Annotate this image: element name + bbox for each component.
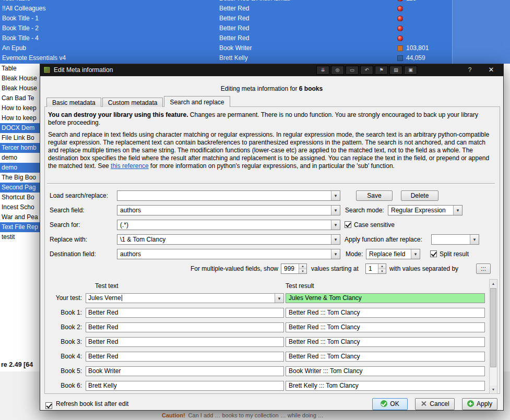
chevron-down-icon[interactable]: ▾ [331, 191, 340, 200]
split-result-checkbox[interactable] [430, 250, 437, 257]
close-icon[interactable]: ✕ [487, 66, 496, 74]
panel-widget-icon[interactable]: ▣ [404, 66, 417, 75]
split-result-label[interactable]: Split result [440, 249, 469, 259]
spin-down-icon[interactable]: ▼ [299, 269, 306, 273]
book-5-label: Book 5: [45, 366, 82, 376]
scroll-up-icon[interactable]: ▲ [490, 280, 497, 287]
search-for-combo[interactable]: (.*) ▾ [117, 220, 340, 230]
tab-custom-metadata[interactable]: Custom metadata [102, 98, 163, 107]
ok-button[interactable]: OK [372, 398, 408, 410]
replace-with-combo[interactable]: \1 & Tom Clancy ▾ [117, 234, 340, 245]
titlebar-widget-cluster: ⇊ ◎ ▭ ↶ ⚑ ▤ ▣ [316, 66, 419, 75]
tab-bar: Basic metadata Custom metadata Search an… [46, 96, 231, 107]
chevron-down-icon[interactable]: ▾ [331, 220, 340, 230]
book-title: Book Title - 4 [2, 33, 39, 43]
chevron-down-icon[interactable]: ▾ [275, 294, 283, 303]
cancel-button[interactable]: Cancel [415, 398, 455, 410]
start-value-spinner[interactable]: 1 ▲▼ [365, 263, 386, 274]
search-replace-panel: You can destroy your library using this … [44, 106, 500, 394]
delete-button[interactable]: Delete [401, 190, 438, 201]
chevron-down-icon[interactable]: ▾ [331, 249, 340, 259]
book-row[interactable]: Book Title - 1 Better Red [0, 14, 510, 23]
search-mode-combo[interactable]: Regular Expression ▾ [388, 205, 462, 215]
orange-square-icon [397, 45, 403, 51]
book-row[interactable]: Test Table Better Red & Anut Admati 116 [0, 0, 510, 4]
tab-search-and-replace[interactable]: Search and replace [164, 96, 230, 107]
chevron-down-icon[interactable]: ▾ [411, 249, 420, 259]
your-test-label: Your test: [45, 293, 82, 303]
apply-label: Apply [477, 400, 492, 407]
description-part2: for more information on python's regular… [149, 162, 395, 170]
help-icon[interactable]: ? [466, 66, 474, 74]
chevron-down-icon[interactable]: ▾ [331, 235, 340, 244]
spin-up-icon[interactable]: ▲ [378, 264, 386, 269]
chevron-down-icon[interactable]: ▾ [470, 235, 479, 244]
refresh-book-list-checkbox[interactable] [45, 402, 52, 409]
case-sensitive-checkbox[interactable] [345, 221, 351, 228]
red-sphere-icon [397, 16, 403, 21]
scrollbar-thumb[interactable] [490, 288, 496, 367]
flag-widget-icon[interactable]: ⚑ [375, 66, 388, 75]
book-3-label: Book 3: [45, 337, 82, 347]
book-row[interactable]: !!All Colleagues Better Red [0, 4, 510, 14]
separator-button[interactable]: ::: [476, 263, 491, 274]
apply-function-label: Apply function after replace: [345, 234, 422, 245]
book-1-input[interactable]: Better Red [86, 308, 284, 318]
combo-value: \1 & Tom Clancy [120, 236, 330, 243]
book-row[interactable]: Book Title - 2 Better Red [0, 23, 510, 33]
spin-up-icon[interactable]: ▲ [299, 264, 306, 269]
mode-label: Mode: [346, 249, 363, 259]
book-row[interactable]: Evernote Essentials v4 Brett Kelly 44,05… [0, 53, 510, 63]
multi-fields-label-1: For multiple-valued fields, show [118, 263, 278, 274]
calibre-screen: Test Table Better Red & Anut Admati 116 … [0, 0, 510, 420]
your-test-input[interactable]: Jules Verne ▾ [86, 293, 284, 303]
book-row[interactable]: An Epub Book Writer 103,801 [0, 43, 510, 53]
load-search-replace-combo[interactable]: ▾ [117, 190, 340, 201]
cancel-label: Cancel [430, 400, 449, 407]
description-text: Search and replace in text fields using … [48, 131, 496, 170]
minimize-widget-icon[interactable]: ▤ [389, 66, 402, 75]
book-2-input[interactable]: Better Red [86, 322, 284, 332]
destination-field-combo[interactable]: authors ▾ [117, 249, 340, 259]
chevron-down-icon[interactable]: ▾ [331, 206, 340, 215]
scroll-down-icon[interactable]: ▼ [490, 386, 497, 393]
this-reference-link[interactable]: this reference [111, 162, 149, 170]
search-field-combo[interactable]: authors ▾ [117, 205, 340, 215]
book-4-input[interactable]: Better Red [86, 352, 284, 362]
plus-icon [467, 400, 474, 407]
book-author: Better Red [219, 23, 249, 33]
apply-function-combo[interactable]: ▾ [431, 234, 479, 245]
book-5-result: Book Writer ::: Tom Clancy [286, 366, 485, 376]
book-5-input[interactable]: Book Writer [86, 366, 284, 376]
red-sphere-icon [397, 35, 403, 41]
screen-widget-icon[interactable]: ▭ [346, 66, 359, 75]
book-3-input[interactable]: Better Red [86, 337, 284, 347]
case-sensitive-label[interactable]: Case sensitive [354, 220, 395, 230]
book-4-label: Book 4: [45, 352, 82, 362]
book-4-result: Better Red ::: Tom Clancy [286, 352, 485, 362]
book-author: Book Writer [219, 43, 252, 53]
book-title: An Epub [2, 43, 26, 53]
dialog-titlebar[interactable]: Edit Meta information ⇊ ◎ ▭ ↶ ⚑ ▤ ▣ ? ✕ [40, 64, 503, 76]
check-icon [381, 400, 387, 407]
tab-basic-metadata[interactable]: Basic metadata [46, 98, 101, 107]
save-button[interactable]: Save [356, 190, 393, 201]
book-title: !!All Colleagues [2, 4, 45, 14]
show-values-spinner[interactable]: 999 ▲▼ [281, 263, 307, 274]
combo-value: authors [120, 250, 330, 258]
refresh-book-list-label[interactable]: Refresh book list after edit [56, 400, 128, 407]
book-row[interactable]: Book Title - 4 Better Red [0, 33, 510, 43]
test-area-scrollbar[interactable]: ▲ ▼ [489, 279, 497, 394]
book-title: Book Title - 2 [2, 23, 39, 33]
undo-widget-icon[interactable]: ↶ [360, 66, 373, 75]
apply-button[interactable]: Apply [462, 398, 497, 410]
load-search-replace-label: Load search/replace: [50, 190, 108, 201]
mode-combo[interactable]: Replace field ▾ [366, 249, 420, 259]
book-6-input[interactable]: Brett Kelly [86, 381, 284, 391]
collapse-widget-icon[interactable]: ⇊ [316, 66, 329, 75]
book-words: 103,801 [406, 43, 429, 53]
book-6-result: Brett Kelly ::: Tom Clancy [286, 381, 485, 391]
highlight-widget-icon[interactable]: ◎ [331, 66, 344, 75]
chevron-down-icon[interactable]: ▾ [453, 206, 462, 215]
spin-down-icon[interactable]: ▼ [378, 269, 386, 273]
